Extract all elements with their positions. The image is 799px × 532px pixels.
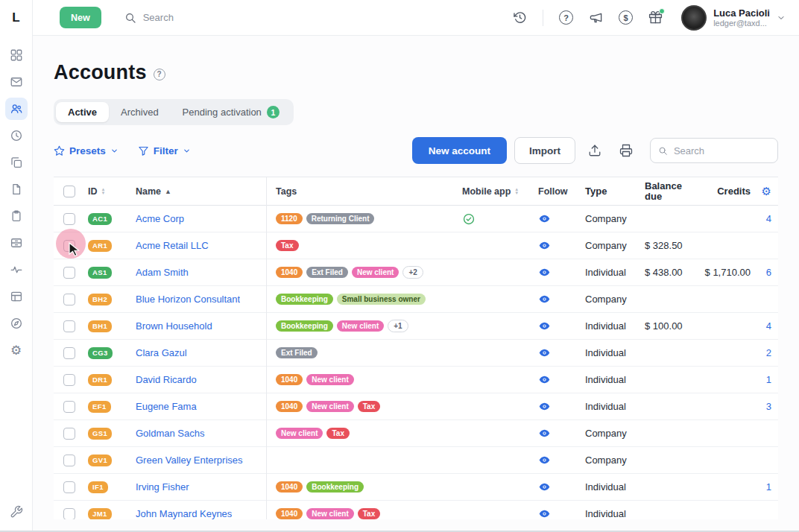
tag-chip: Tax: [358, 401, 381, 412]
follow-eye-icon[interactable]: [538, 373, 551, 386]
sidebar-item-reports[interactable]: [5, 285, 28, 308]
balance-due-value: $ 328.50: [635, 240, 702, 251]
tag-chip[interactable]: +1: [388, 320, 408, 332]
print-icon[interactable]: [614, 138, 638, 163]
account-id-badge: IF1: [88, 481, 108, 493]
presets-dropdown[interactable]: Presets: [54, 145, 119, 156]
row-count-link[interactable]: 2: [766, 347, 771, 358]
row-checkbox[interactable]: [63, 240, 75, 252]
account-name-link[interactable]: Clara Gazul: [136, 347, 187, 358]
sidebar-item-apps[interactable]: [5, 151, 28, 174]
app-logo[interactable]: L: [0, 0, 32, 36]
search-icon: [124, 12, 136, 24]
account-name-link[interactable]: Green Valley Enterprises: [136, 455, 243, 466]
follow-eye-icon[interactable]: [538, 427, 551, 440]
billing-dollar-icon[interactable]: $: [619, 10, 633, 25]
follow-eye-icon[interactable]: [538, 320, 551, 332]
row-checkbox[interactable]: [63, 401, 75, 413]
table-row: BH2Blue Horizon ConsultantBookkeepingSma…: [54, 286, 778, 313]
table-row: CG3Clara GazulExt FiledIndividual2: [54, 340, 778, 367]
follow-eye-icon[interactable]: [538, 293, 551, 305]
tag-chip: Small business owner: [337, 294, 426, 305]
help-icon[interactable]: ?: [559, 10, 573, 25]
sort-asc-icon: ▲: [165, 188, 171, 195]
filter-dropdown[interactable]: Filter: [138, 145, 191, 156]
sidebar-item-clients[interactable]: [5, 98, 28, 120]
sidebar-item-recents[interactable]: [5, 124, 28, 147]
announcements-icon[interactable]: [589, 10, 603, 25]
gifts-icon[interactable]: [648, 10, 663, 25]
row-checkbox[interactable]: [63, 267, 75, 279]
row-count-link[interactable]: 1: [766, 481, 771, 493]
row-count-link[interactable]: 4: [766, 320, 771, 332]
sidebar-item-tools[interactable]: [5, 501, 28, 523]
tag-chip: New client: [306, 374, 353, 385]
row-count-link[interactable]: 1: [766, 374, 771, 385]
header-id[interactable]: ID▲▼: [76, 186, 122, 197]
import-button[interactable]: Import: [514, 137, 575, 164]
export-icon[interactable]: [583, 138, 607, 163]
row-checkbox[interactable]: [63, 294, 75, 305]
global-search[interactable]: Search: [124, 12, 174, 24]
follow-eye-icon[interactable]: [538, 239, 551, 252]
tab-pending-activation[interactable]: Pending activation1: [171, 101, 291, 123]
account-name-link[interactable]: Goldman Sachs: [136, 428, 205, 439]
sidebar-item-dashboard[interactable]: [5, 44, 28, 66]
account-name-link[interactable]: Acme Retail LLC: [136, 240, 209, 251]
table-search-input[interactable]: [674, 145, 770, 156]
account-name-link[interactable]: Brown Household: [136, 320, 212, 332]
history-icon[interactable]: [513, 10, 527, 25]
follow-eye-icon[interactable]: [538, 454, 551, 466]
tab-active[interactable]: Active: [56, 102, 109, 122]
sidebar-item-tasks[interactable]: [5, 205, 28, 227]
new-button[interactable]: New: [60, 7, 101, 28]
account-name-link[interactable]: Blue Horizon Consultant: [136, 294, 240, 305]
row-checkbox[interactable]: [63, 428, 75, 440]
follow-eye-icon[interactable]: [538, 507, 551, 519]
account-type: Individual: [577, 347, 635, 358]
row-checkbox[interactable]: [63, 320, 75, 332]
column-settings-gear-icon[interactable]: ⚙: [762, 186, 771, 197]
account-name-link[interactable]: John Maynard Keynes: [136, 508, 232, 519]
row-checkbox[interactable]: [63, 508, 75, 520]
sidebar-item-explore[interactable]: [5, 312, 28, 335]
follow-eye-icon[interactable]: [538, 481, 551, 493]
row-checkbox[interactable]: [63, 213, 75, 225]
sidebar-item-billing[interactable]: [5, 232, 28, 254]
tags-cell: BookkeepingSmall business owner: [266, 294, 456, 305]
row-checkbox[interactable]: [63, 481, 75, 493]
account-name-link[interactable]: Adam Smith: [136, 267, 189, 278]
row-count-link[interactable]: 4: [766, 213, 771, 224]
tab-archived[interactable]: Archived: [109, 102, 171, 122]
header-mobile-app[interactable]: Mobile app▲▼: [456, 186, 531, 197]
row-checkbox[interactable]: [63, 347, 75, 359]
title-help-icon[interactable]: ?: [154, 69, 165, 80]
row-count-link[interactable]: 3: [766, 401, 771, 412]
sidebar: L ⚙: [0, 0, 33, 531]
select-all-checkbox[interactable]: [63, 186, 75, 197]
row-count-link[interactable]: 6: [766, 267, 771, 278]
tag-chip[interactable]: +2: [402, 266, 423, 279]
chevron-down-icon: [183, 147, 191, 155]
sidebar-item-settings[interactable]: ⚙: [5, 339, 28, 361]
tags-cell: New clientTax: [266, 428, 456, 439]
header-name[interactable]: Name▲: [122, 186, 266, 197]
account-name-link[interactable]: David Ricardo: [136, 374, 197, 385]
follow-eye-icon[interactable]: [538, 400, 551, 413]
follow-eye-icon[interactable]: [538, 212, 551, 225]
sidebar-item-inbox[interactable]: [5, 71, 28, 93]
row-checkbox[interactable]: [63, 374, 75, 386]
user-menu[interactable]: Luca Pacioli ledger@taxd...: [681, 5, 786, 31]
header-credits: Credits: [702, 186, 753, 197]
sidebar-item-insights[interactable]: [5, 259, 28, 281]
account-name-link[interactable]: Acme Corp: [136, 213, 184, 224]
new-account-button[interactable]: New account: [412, 137, 507, 164]
account-name-link[interactable]: Irving Fisher: [136, 481, 189, 493]
tag-chip: Tax: [358, 508, 381, 519]
row-checkbox[interactable]: [63, 455, 75, 466]
follow-eye-icon[interactable]: [538, 266, 551, 279]
account-name-link[interactable]: Eugene Fama: [136, 401, 197, 412]
sidebar-item-documents[interactable]: [5, 178, 28, 200]
account-id-badge: AR1: [88, 240, 112, 252]
follow-eye-icon[interactable]: [538, 346, 551, 359]
